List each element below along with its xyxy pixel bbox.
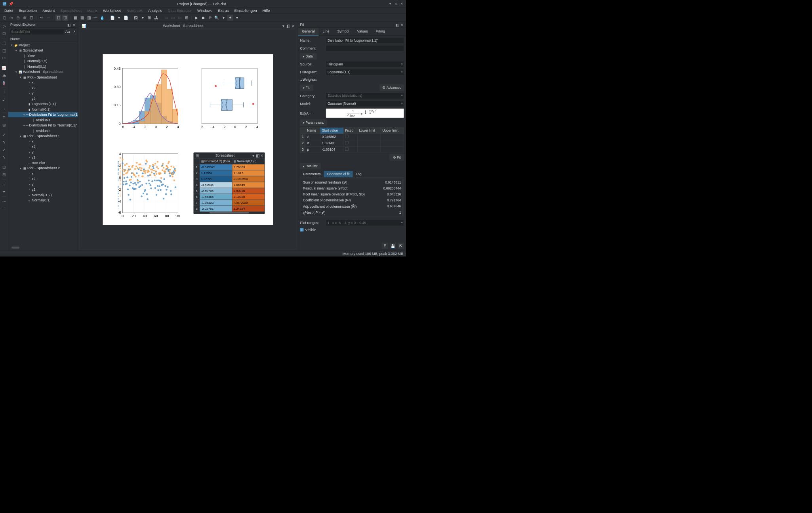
- subtab-goodness-of-fit[interactable]: Goodness of fit: [324, 171, 353, 177]
- param-row[interactable]: 2σ1.59143: [300, 140, 404, 146]
- tree-item[interactable]: └x2: [8, 176, 78, 182]
- parameters-table[interactable]: NameStart valueFixedLower limitUpper lim…: [300, 128, 404, 153]
- close-props-icon[interactable]: ✕: [400, 23, 404, 27]
- tree[interactable]: ▾📁Project▾⊞Spreadsheet│Time│Normal(-1,2)…: [8, 42, 78, 246]
- subtab-parameters[interactable]: Parameters: [300, 171, 324, 177]
- param-row[interactable]: 3μ-1.86104: [300, 146, 404, 153]
- fit-button[interactable]: ⊙Fit: [390, 154, 404, 161]
- line-icon[interactable]: 📈: [1, 65, 7, 71]
- picture-icon[interactable]: 🏞: [153, 15, 159, 21]
- menu-windows[interactable]: Windows: [194, 8, 215, 13]
- category-select[interactable]: Statistics (distributions): [326, 93, 404, 99]
- tree-item[interactable]: └x2: [8, 144, 78, 150]
- tab-general[interactable]: General: [298, 28, 319, 36]
- histogram-select[interactable]: Lognormal(1,1): [326, 69, 404, 75]
- tree-item[interactable]: ▾▦Plot - Spreadsheet 2: [8, 166, 78, 171]
- ss-close-icon[interactable]: ✕: [260, 154, 263, 157]
- explorer-toggle-icon[interactable]: [55, 15, 61, 21]
- stop-icon[interactable]: ⏹: [200, 15, 206, 21]
- tree-item[interactable]: ∿Normal(0,1): [8, 198, 78, 203]
- ss-row[interactable]: 8-2.027513.24924: [194, 206, 265, 212]
- axis3-icon[interactable]: ┐: [1, 105, 7, 111]
- tree-item[interactable]: │residuals: [8, 117, 78, 123]
- add-page-down-icon[interactable]: ▾: [116, 15, 122, 21]
- add-page-icon[interactable]: 📄: [109, 15, 115, 21]
- print-icon[interactable]: [22, 15, 28, 21]
- tree-item[interactable]: └x: [8, 80, 78, 86]
- close-button[interactable]: ✕: [400, 2, 404, 6]
- name-input[interactable]: [326, 37, 404, 44]
- undo-icon[interactable]: [39, 15, 45, 21]
- select-icon[interactable]: ⬚: [1, 40, 7, 46]
- image-down-icon[interactable]: ▾: [140, 15, 146, 21]
- redo-icon[interactable]: [46, 15, 51, 21]
- tree-item[interactable]: ▾〰Distribution Fit to 'Normal(0,1)': [8, 123, 78, 128]
- ss-row[interactable]: 31.37729-0.199594: [194, 176, 265, 182]
- menu-ansicht[interactable]: Ansicht: [40, 8, 57, 13]
- text-icon[interactable]: T: [1, 115, 7, 120]
- tree-item[interactable]: └y: [8, 182, 78, 187]
- pin-icon[interactable]: 📌: [9, 2, 13, 6]
- model-select[interactable]: Gaussian (Normal): [326, 101, 404, 107]
- tree-item[interactable]: ▮Lognormal(1,1): [8, 101, 78, 107]
- ss-col-header-2[interactable]: ⊟Normal(0,1) (: [232, 158, 265, 164]
- tree-item[interactable]: ▾⊞Spreadsheet: [8, 48, 78, 54]
- tree-column-header[interactable]: Name: [8, 36, 78, 42]
- ss-corner[interactable]: [194, 158, 200, 164]
- tree-item[interactable]: ▾▦Plot - Spreadsheet: [8, 75, 78, 80]
- axis-icon[interactable]: └: [1, 90, 7, 96]
- zoom1-icon[interactable]: ⤢: [1, 132, 7, 138]
- advanced-button[interactable]: ⚙Advanced: [380, 84, 404, 91]
- menu-hilfe[interactable]: Hilfe: [260, 8, 273, 13]
- tab-symbol[interactable]: Symbol: [334, 28, 353, 36]
- hex-icon[interactable]: ⬡: [1, 31, 7, 36]
- sparkle-icon[interactable]: ✦: [1, 189, 7, 195]
- tree-item[interactable]: ▾📊Worksheet - Spreadsheet: [8, 69, 78, 75]
- fit2-icon[interactable]: ⊟: [1, 172, 7, 177]
- tab-filling[interactable]: Filling: [372, 28, 389, 36]
- image-icon[interactable]: 🖼: [133, 15, 139, 21]
- detach-props-icon[interactable]: ◧: [395, 23, 399, 27]
- zoom4-icon[interactable]: ⤡: [1, 155, 7, 160]
- minimize-button[interactable]: ▾: [388, 2, 392, 6]
- boxplot-plot[interactable]: -6 -4 -2 0 2 4: [194, 66, 263, 130]
- menu-worksheet[interactable]: Worksheet: [100, 8, 124, 13]
- tree-item[interactable]: └y: [8, 149, 78, 155]
- tree-item[interactable]: ∿Normal(-1,2): [8, 192, 78, 198]
- data-section-toggle[interactable]: ▾Data:: [300, 53, 317, 59]
- menu-einstellungen[interactable]: Einstellungen: [232, 8, 260, 13]
- tree-item[interactable]: ▮Normal(0,1): [8, 107, 78, 112]
- menu-extras[interactable]: Extras: [215, 8, 232, 13]
- more2-icon[interactable]: ⋯: [1, 206, 7, 212]
- save-icon[interactable]: 💾: [390, 243, 396, 249]
- add-plot-icon[interactable]: ▦: [72, 15, 78, 21]
- plot-ranges-select[interactable]: 1 : x = -6 .. 4, y = 0 .. 0,45: [326, 220, 404, 226]
- tree-item[interactable]: ▾📁Project: [8, 42, 78, 48]
- parameters-section-toggle[interactable]: ▾Parameters:: [300, 120, 327, 126]
- restore-worksheet-icon[interactable]: ◧: [286, 24, 290, 28]
- tree-item[interactable]: └x: [8, 139, 78, 144]
- new-icon[interactable]: [2, 15, 8, 21]
- results-section-toggle[interactable]: ▾Results:: [300, 163, 321, 169]
- fit-icon[interactable]: ⊡: [1, 164, 7, 170]
- knot-icon[interactable]: 🪢: [1, 80, 7, 86]
- menu-datei[interactable]: Datei: [2, 8, 16, 13]
- cursor-icon[interactable]: ▷: [1, 23, 7, 29]
- scatter-plot[interactable]: 4 2 0 -2 -4 -6 0 20 40 60 80 100: [111, 151, 180, 219]
- magnify-down-icon[interactable]: ▾: [221, 15, 227, 21]
- tab-values[interactable]: Values: [353, 28, 372, 36]
- zoom2-icon[interactable]: ⤡: [1, 140, 7, 145]
- detach-icon[interactable]: ◧: [67, 23, 71, 27]
- tree-item[interactable]: │residuals: [8, 128, 78, 134]
- ss-row[interactable]: 6-1.554652.18988: [194, 194, 265, 200]
- tree-item[interactable]: ▭Box Plot: [8, 160, 78, 166]
- target-icon[interactable]: ⊕: [207, 15, 213, 21]
- preview-icon[interactable]: [29, 15, 34, 21]
- tree-item[interactable]: │Normal(0,1): [8, 64, 78, 69]
- add-spreadsheet-icon[interactable]: ▤: [79, 15, 85, 21]
- search-input[interactable]: [10, 29, 64, 35]
- spreadsheet-widget[interactable]: ⊞ Spreadsheet ▾ ◧ ✕ ⊟Normal(-1,2) (Dou ⊟…: [194, 153, 265, 214]
- close-worksheet-icon[interactable]: ✕: [291, 24, 295, 28]
- ss-row[interactable]: 4-3.539441.06649: [194, 182, 265, 188]
- results-vscroll[interactable]: [402, 179, 404, 216]
